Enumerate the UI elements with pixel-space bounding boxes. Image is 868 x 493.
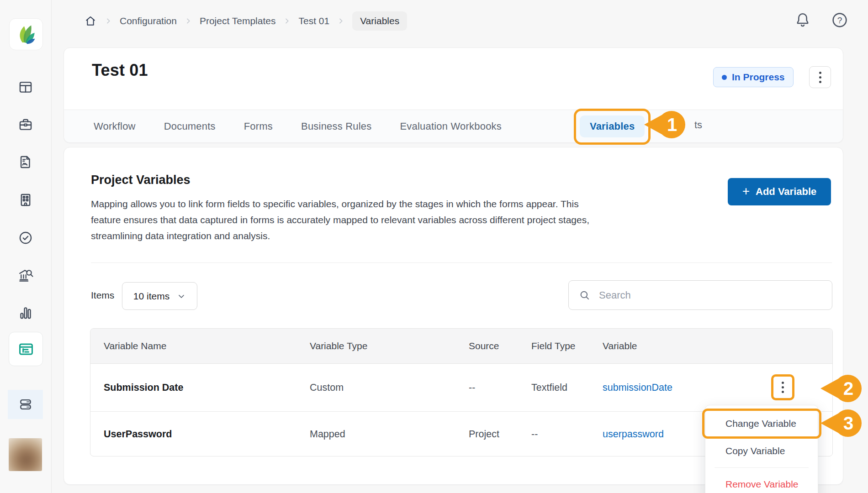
- notifications-button[interactable]: [794, 11, 811, 28]
- tab-bar: Workflow Documents Forms Business Rules …: [64, 110, 843, 142]
- svg-text:1: 1: [667, 115, 677, 135]
- building-icon: [18, 192, 33, 208]
- section-description: Mapping allows you to link form fields t…: [91, 196, 589, 244]
- kebab-icon: [819, 72, 821, 74]
- app-window: Configuration Project Templates Test 01 …: [0, 0, 868, 493]
- breadcrumb-current-variables: Variables: [352, 11, 407, 31]
- sidebar-item-form-builder-active[interactable]: [9, 332, 43, 366]
- breadcrumb-project-templates[interactable]: Project Templates: [200, 16, 276, 26]
- row-context-menu: Change Variable Copy Variable Remove Var…: [705, 405, 818, 493]
- column-variable-name: Variable Name: [90, 341, 310, 351]
- chevron-right-icon: [185, 17, 192, 25]
- sidebar-item-organization[interactable]: [0, 192, 51, 208]
- cell-variable-type: Mapped: [310, 429, 469, 440]
- menu-item-change-variable[interactable]: Change Variable: [705, 410, 818, 437]
- chevron-right-icon: [337, 17, 344, 25]
- home-icon[interactable]: [84, 15, 97, 27]
- chevron-down-icon: [177, 292, 186, 301]
- cell-variable-name: UserPassword: [90, 429, 310, 440]
- check-circle-icon: [18, 230, 33, 246]
- bar-chart-icon: [18, 305, 33, 320]
- variable-link[interactable]: submissionDate: [603, 382, 832, 393]
- annotation-callout-1: 1: [643, 109, 689, 141]
- search-input[interactable]: [598, 289, 822, 302]
- project-header-card: Test 01 In Progress Workflow Documents F…: [64, 47, 843, 143]
- row-actions-button[interactable]: [782, 382, 784, 393]
- cell-source: --: [469, 382, 531, 393]
- leaf-logo-icon: [14, 22, 38, 46]
- sidebar-item-tasks[interactable]: [0, 230, 51, 246]
- bell-icon: [794, 11, 811, 28]
- items-per-page-select[interactable]: 10 items: [122, 282, 197, 310]
- sidebar-item-audit[interactable]: [0, 267, 51, 283]
- menu-item-remove-variable[interactable]: Remove Variable: [705, 471, 818, 493]
- column-source: Source: [469, 341, 531, 351]
- cell-variable-type: Custom: [310, 382, 469, 393]
- tab-documents[interactable]: Documents: [164, 121, 216, 132]
- column-variable-type: Variable Type: [310, 341, 469, 351]
- report-document-icon: [18, 154, 33, 170]
- cell-field-type: Textfield: [531, 382, 603, 393]
- annotation-callout-2: 2: [820, 372, 865, 404]
- section-title: Project Variables: [91, 173, 191, 187]
- server-icon: [18, 397, 33, 412]
- sidebar: [0, 0, 52, 493]
- avatar-image: [9, 438, 42, 471]
- annotation-callout-3: 3: [820, 407, 865, 439]
- briefcase-icon: [18, 117, 33, 132]
- cell-source: Project: [469, 429, 531, 440]
- cell-field-type: --: [531, 429, 603, 440]
- search-box: [568, 280, 832, 310]
- status-badge[interactable]: In Progress: [713, 67, 794, 87]
- section-divider: [91, 262, 832, 263]
- breadcrumb-configuration[interactable]: Configuration: [120, 16, 177, 26]
- sidebar-item-data-sources[interactable]: [8, 390, 43, 419]
- chevron-right-icon: [105, 17, 112, 25]
- layout-icon: [18, 79, 33, 95]
- tab-variables-active[interactable]: Variables: [580, 115, 645, 137]
- help-button[interactable]: ?: [831, 11, 849, 29]
- breadcrumb: Configuration Project Templates Test 01 …: [84, 10, 407, 32]
- cell-variable-name: Submission Date: [90, 382, 310, 393]
- app-logo[interactable]: [9, 18, 43, 50]
- add-variable-button[interactable]: + Add Variable: [728, 178, 831, 205]
- tab-forms[interactable]: Forms: [244, 121, 273, 132]
- sidebar-item-reports[interactable]: [0, 154, 51, 170]
- plus-icon: +: [742, 184, 750, 199]
- form-builder-icon: [17, 341, 35, 358]
- column-variable: Variable: [603, 341, 832, 351]
- tab-evaluation-workbooks[interactable]: Evaluation Workbooks: [400, 121, 502, 132]
- tab-partially-hidden[interactable]: ts: [694, 119, 702, 131]
- user-avatar[interactable]: [9, 438, 42, 471]
- page-title: Test 01: [92, 61, 148, 80]
- menu-item-copy-variable[interactable]: Copy Variable: [705, 437, 818, 465]
- chevron-right-icon: [283, 17, 291, 25]
- project-actions-button[interactable]: [809, 66, 831, 88]
- status-label: In Progress: [732, 72, 785, 83]
- breadcrumb-test-01[interactable]: Test 01: [298, 16, 329, 26]
- sidebar-item-projects[interactable]: [0, 117, 51, 132]
- sidebar-item-dashboard[interactable]: [0, 79, 51, 95]
- table-header-row: Variable Name Variable Type Source Field…: [90, 329, 832, 364]
- status-dot-icon: [722, 75, 727, 80]
- svg-text:3: 3: [843, 413, 853, 433]
- help-icon: ?: [831, 11, 849, 29]
- bank-search-icon: [17, 267, 34, 283]
- svg-text:?: ?: [837, 16, 842, 25]
- items-label: Items: [91, 290, 114, 301]
- tab-workflow[interactable]: Workflow: [94, 121, 136, 132]
- search-icon: [579, 289, 591, 301]
- svg-text:2: 2: [843, 378, 853, 399]
- column-field-type: Field Type: [531, 341, 603, 351]
- sidebar-item-analytics[interactable]: [0, 305, 51, 320]
- annotation-ring-row-actions: [771, 374, 794, 400]
- kebab-icon: [782, 382, 784, 384]
- tab-business-rules[interactable]: Business Rules: [301, 121, 371, 132]
- menu-divider: [715, 467, 809, 468]
